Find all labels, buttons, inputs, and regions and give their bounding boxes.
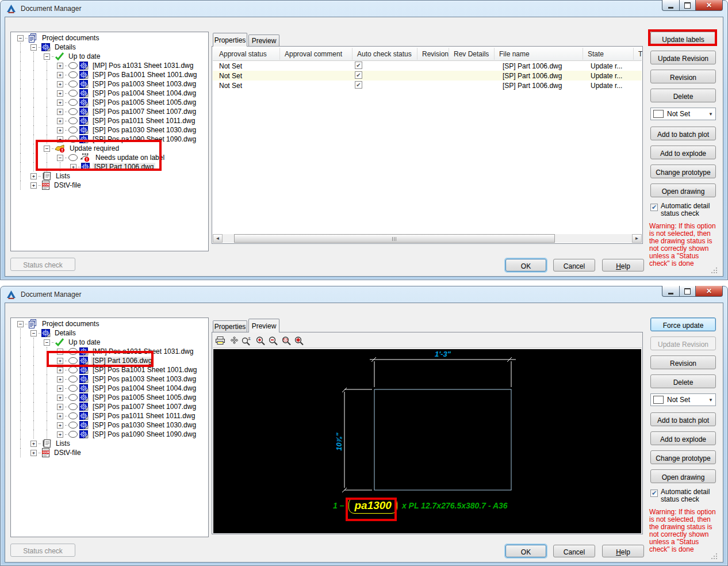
close-button[interactable]: ✕	[696, 286, 723, 297]
tree-item-sp-pos-pa1003-sheet-1003-dwg[interactable]: +[SP] Pos pa1003 Sheet 1003.dwg	[11, 374, 208, 384]
pan-icon[interactable]	[228, 335, 240, 346]
help-button[interactable]: Help	[602, 545, 644, 557]
tree-item-sp-pos-pa1007-sheet-1007-dwg[interactable]: +[SP] Pos pa1007 Sheet 1007.dwg	[11, 402, 208, 411]
expander-plus-icon[interactable]: +	[57, 127, 63, 133]
expander-minus-icon[interactable]: −	[17, 321, 24, 327]
tree-item-sp-pos-pa1030-sheet-1030-dwg[interactable]: +[SP] Pos pa1030 Sheet 1030.dwg	[11, 125, 208, 135]
tree-item-dstv-file[interactable]: +DOCDStV-file	[11, 181, 208, 190]
expander-minus-icon[interactable]: −	[30, 330, 37, 336]
tab-properties[interactable]: Properties	[213, 33, 247, 47]
change-prototype-button[interactable]: Change prototype	[650, 450, 716, 464]
expander-minus-icon[interactable]: −	[44, 53, 50, 60]
tree-item-sp-pos-pa1005-sheet-1005-dwg[interactable]: +[SP] Pos pa1005 Sheet 1005.dwg	[11, 98, 208, 107]
tree-item-sp-pos-pa1030-sheet-1030-dwg[interactable]: +[SP] Pos pa1030 Sheet 1030.dwg	[11, 420, 208, 430]
expander-plus-icon[interactable]: +	[30, 173, 37, 179]
open-drawing-button[interactable]: Open drawing	[650, 469, 716, 483]
print-icon[interactable]	[214, 335, 226, 346]
tree-item-dstv-file[interactable]: +DOCDStV-file	[11, 448, 208, 457]
zoom-out-icon[interactable]	[267, 335, 279, 346]
help-button[interactable]: Help	[602, 259, 644, 271]
tree-item-sp-pos-pa1003-sheet-1003-dwg[interactable]: +[SP] Pos pa1003 Sheet 1003.dwg	[11, 79, 208, 89]
scrollbar-thumb[interactable]	[234, 234, 555, 243]
tree-item-lists[interactable]: +Lists	[11, 439, 208, 448]
zoom-extents-icon[interactable]	[293, 335, 305, 346]
tree-item-up-to-date[interactable]: −Up to date	[11, 52, 208, 61]
tree-item-sp-pos-pa1004-sheet-1004-dwg[interactable]: +[SP] Pos pa1004 Sheet 1004.dwg	[11, 384, 208, 393]
expander-plus-icon[interactable]: +	[57, 395, 63, 401]
ok-button[interactable]: OK	[505, 545, 546, 557]
zoom-dynamic-icon[interactable]: ±	[240, 335, 252, 346]
status-filter-dropdown[interactable]: Not Set▼	[650, 108, 716, 120]
add-to-explode-button[interactable]: Add to explode	[650, 431, 716, 445]
force-update-button[interactable]: Force update	[650, 318, 716, 331]
tree-item-sp-pos-pa1011-sheet-1011-dwg[interactable]: +[SP] Pos pa1011 Sheet 1011.dwg	[11, 116, 208, 125]
expander-plus-icon[interactable]: +	[30, 182, 37, 189]
tree-item-sp-pos-pa1004-sheet-1004-dwg[interactable]: +[SP] Pos pa1004 Sheet 1004.dwg	[11, 89, 208, 98]
expander-plus-icon[interactable]: +	[57, 90, 63, 97]
tree-item-sp-pos-pa1011-sheet-1011-dwg[interactable]: +[SP] Pos pa1011 Sheet 1011.dwg	[11, 411, 208, 420]
column-header-t[interactable]: T	[634, 48, 643, 60]
minimize-button[interactable]	[662, 0, 679, 11]
tree-item-sp-pos-ba1001-sheet-1001-dwg[interactable]: +[SP] Pos Ba1001 Sheet 1001.dwg	[11, 70, 208, 79]
tab-preview[interactable]: Preview	[248, 319, 279, 332]
auto-check-checkbox[interactable]: ✔	[355, 81, 362, 89]
tree-item-details[interactable]: −Details	[11, 328, 208, 338]
zoom-in-icon[interactable]	[255, 335, 266, 346]
tree-item-up-to-date[interactable]: −Up to date	[11, 338, 208, 347]
maximize-button[interactable]	[679, 0, 696, 11]
expander-plus-icon[interactable]: +	[57, 100, 63, 106]
table-row[interactable]: Not Set✔[SP] Part 1006.dwgUpdate r...	[213, 81, 642, 90]
expander-plus-icon[interactable]: +	[30, 450, 37, 456]
scroll-right-arrow-icon[interactable]: ►	[632, 234, 642, 243]
titlebar[interactable]: Document Manager	[0, 0, 728, 17]
expander-plus-icon[interactable]: +	[57, 422, 63, 429]
tab-properties[interactable]: Properties	[213, 320, 247, 332]
status-check-button[interactable]: Status check	[10, 258, 75, 271]
column-header-state[interactable]: State	[583, 48, 634, 60]
auto-detail-checkbox[interactable]: ✔	[650, 204, 658, 211]
resize-grip[interactable]	[711, 267, 718, 274]
tree-item-lists[interactable]: +Lists	[11, 171, 208, 181]
expander-plus-icon[interactable]: +	[57, 118, 63, 124]
titlebar[interactable]: Document Manager	[0, 286, 728, 303]
expander-plus-icon[interactable]: +	[57, 81, 63, 87]
minimize-button[interactable]	[662, 286, 679, 297]
cancel-button[interactable]: Cancel	[553, 259, 595, 271]
tree-item-sp-pos-pa1007-sheet-1007-dwg[interactable]: +[SP] Pos pa1007 Sheet 1007.dwg	[11, 107, 208, 116]
table-row[interactable]: Not Set✔[SP] Part 1006.dwgUpdate r...	[213, 61, 642, 71]
expander-plus-icon[interactable]: +	[57, 413, 63, 419]
column-header-approval-status[interactable]: Approval status	[214, 48, 280, 60]
expander-plus-icon[interactable]: +	[57, 404, 63, 410]
open-drawing-button[interactable]: Open drawing	[650, 183, 716, 197]
column-header-file-name[interactable]: File name	[495, 48, 583, 60]
expander-plus-icon[interactable]: +	[57, 431, 63, 438]
expander-plus-icon[interactable]: +	[30, 441, 37, 447]
status-filter-dropdown[interactable]: Not Set▼	[650, 393, 716, 406]
tree-item-details[interactable]: −Details	[11, 43, 208, 52]
tab-preview[interactable]: Preview	[248, 35, 279, 47]
auto-check-checkbox[interactable]: ✔	[355, 62, 362, 69]
expander-plus-icon[interactable]: +	[57, 376, 63, 383]
update-revision-button[interactable]: Update Revision	[650, 51, 716, 64]
scroll-left-arrow-icon[interactable]: ◄	[213, 234, 223, 243]
close-button[interactable]: ✕	[696, 0, 723, 11]
add-to-batch-plot-button[interactable]: Add to batch plot	[650, 127, 716, 140]
ok-button[interactable]: OK	[505, 259, 546, 271]
tree-item-mp-pos-a1031-sheet-1031-dwg[interactable]: +[MP] Pos a1031 Sheet 1031.dwg	[11, 61, 208, 70]
table-row[interactable]: Not Set✔[SP] Part 1006.dwgUpdate r...	[213, 71, 642, 81]
tree-item-project-documents[interactable]: −Project documents	[11, 319, 208, 328]
tree-item-project-documents[interactable]: −Project documents	[11, 33, 208, 43]
update-revision-button[interactable]: Update Revision	[650, 336, 716, 350]
auto-check-checkbox[interactable]: ✔	[355, 71, 362, 79]
revision-button[interactable]: Revision	[650, 355, 716, 369]
delete-button[interactable]: Delete	[650, 89, 716, 102]
status-check-button[interactable]: Status check	[10, 544, 75, 557]
column-header-auto-check-status[interactable]: Auto check status	[352, 48, 417, 60]
change-prototype-button[interactable]: Change prototype	[650, 165, 716, 178]
auto-detail-checkbox[interactable]: ✔	[650, 489, 658, 497]
expander-plus-icon[interactable]: +	[57, 367, 63, 373]
expander-plus-icon[interactable]: +	[57, 63, 63, 69]
cancel-button[interactable]: Cancel	[553, 545, 595, 557]
add-to-batch-plot-button[interactable]: Add to batch plot	[650, 412, 716, 426]
resize-grip[interactable]	[711, 553, 718, 560]
